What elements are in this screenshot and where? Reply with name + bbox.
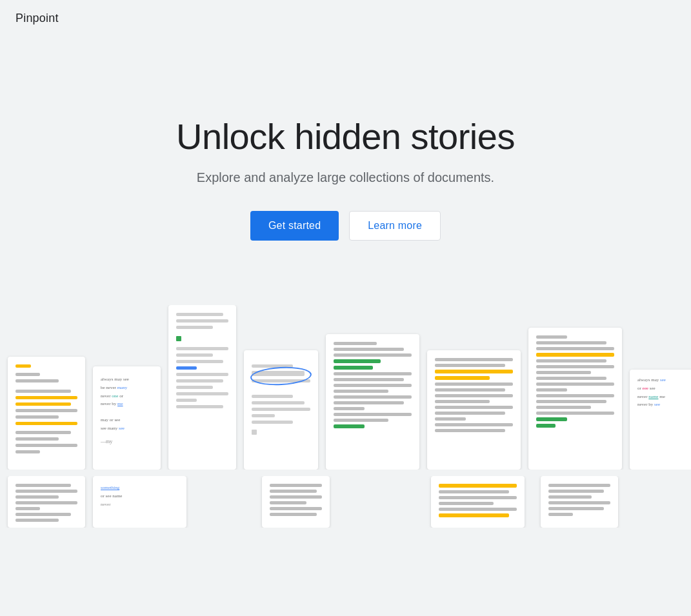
hero-actions: Get started Learn more	[250, 211, 441, 241]
documents-preview: always may see be never many never one o…	[0, 305, 691, 528]
doc-card-b2: something or see name never	[93, 476, 186, 528]
learn-more-button[interactable]: Learn more	[349, 211, 441, 241]
hero-title: Unlock hidden stories	[176, 116, 515, 157]
doc-card-5	[326, 334, 419, 470]
doc-card-b4	[431, 476, 525, 528]
hero-section: Unlock hidden stories Explore and analyz…	[0, 0, 691, 305]
doc-card-6	[427, 350, 521, 470]
doc-card-7	[528, 328, 622, 470]
doc-card-b5	[541, 476, 618, 528]
doc-card-b3	[262, 476, 330, 528]
app-logo: Pinpoint	[15, 12, 59, 25]
docs-bottom-row: something or see name never	[0, 476, 691, 528]
doc-card-b1	[8, 476, 85, 528]
get-started-button[interactable]: Get started	[250, 211, 339, 241]
doc-card-2: always may see be never many never one o…	[93, 366, 161, 470]
doc-card-3	[168, 305, 236, 470]
doc-card-8: always may see or eee see never name me …	[630, 370, 691, 470]
doc-card-4	[244, 350, 318, 470]
docs-collection-row: always may see be never many never one o…	[0, 305, 691, 470]
hero-subtitle: Explore and analyze large collections of…	[197, 170, 494, 185]
app-header: Pinpoint	[0, 0, 691, 36]
doc-card-1	[8, 357, 85, 470]
